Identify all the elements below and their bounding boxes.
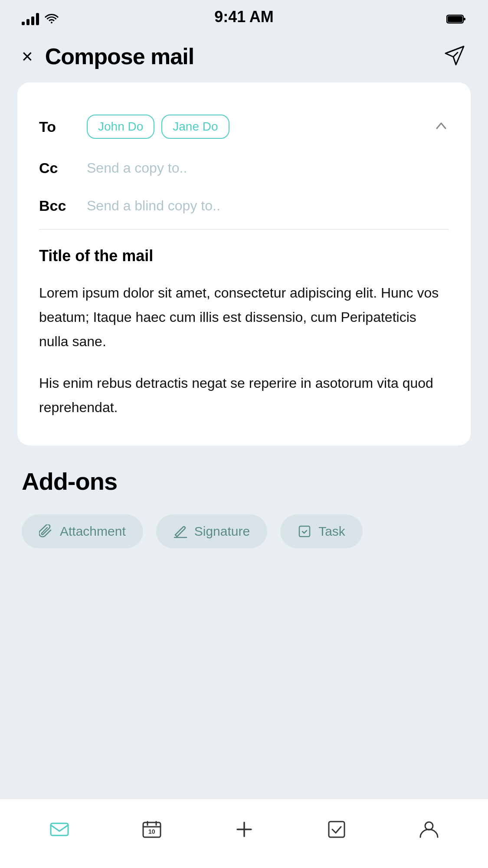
mail-body[interactable]: Lorem ipsum dolor sit amet, consectetur …	[39, 281, 449, 419]
addons-title: Add-ons	[22, 467, 466, 495]
mail-body-para-1: Lorem ipsum dolor sit amet, consectetur …	[39, 281, 449, 354]
cc-content[interactable]: Send a copy to..	[87, 160, 449, 176]
battery-icon	[446, 14, 466, 24]
tasks-icon	[325, 818, 348, 841]
svg-rect-3	[299, 526, 310, 537]
close-button[interactable]: ×	[22, 47, 33, 66]
mail-body-para-2: His enim rebus detractis negat se reperi…	[39, 371, 449, 419]
bcc-label: Bcc	[39, 197, 74, 214]
svg-point-8	[425, 822, 433, 830]
cc-placeholder: Send a copy to..	[87, 160, 187, 176]
attachment-label: Attachment	[60, 524, 126, 539]
nav-profile[interactable]	[409, 814, 449, 845]
task-label: Task	[318, 524, 345, 539]
nav-calendar[interactable]: 10	[132, 814, 172, 845]
svg-rect-2	[448, 16, 462, 22]
signature-icon	[174, 524, 187, 538]
svg-rect-7	[329, 822, 344, 837]
bcc-content[interactable]: Send a blind copy to..	[87, 198, 449, 214]
header-left: × Compose mail	[22, 43, 194, 69]
send-button[interactable]	[443, 44, 466, 69]
status-time: 9:41 AM	[214, 8, 274, 26]
svg-rect-4	[51, 823, 68, 835]
bcc-placeholder: Send a blind copy to..	[87, 198, 220, 214]
recipient-john[interactable]: John Do	[87, 115, 154, 139]
to-label: To	[39, 118, 74, 135]
cc-label: Cc	[39, 160, 74, 177]
paperclip-icon	[39, 524, 53, 538]
signature-button[interactable]: Signature	[156, 514, 267, 548]
svg-rect-1	[463, 18, 465, 20]
addons-section: Add-ons Attachment Signature Task	[0, 445, 488, 566]
add-icon	[233, 818, 255, 841]
status-left	[22, 12, 59, 26]
to-content: John Do Jane Do	[87, 115, 420, 139]
mail-icon	[48, 818, 71, 841]
wifi-icon	[44, 12, 59, 26]
header: × Compose mail	[0, 35, 488, 82]
signature-label: Signature	[194, 524, 250, 539]
chevron-up-icon[interactable]	[433, 118, 449, 135]
to-row: To John Do Jane Do	[39, 104, 449, 149]
nav-add[interactable]	[224, 814, 264, 845]
status-bar: 9:41 AM	[0, 0, 488, 35]
svg-text:10: 10	[148, 828, 155, 835]
page-title: Compose mail	[45, 43, 194, 69]
bottom-nav: 10	[0, 799, 488, 868]
cc-row: Cc Send a copy to..	[39, 149, 449, 187]
recipient-jane[interactable]: Jane Do	[161, 115, 229, 139]
profile-icon	[418, 818, 440, 841]
attachment-button[interactable]: Attachment	[22, 514, 143, 548]
task-button[interactable]: Task	[280, 514, 363, 548]
compose-card: To John Do Jane Do Cc Send a copy to.. B…	[17, 82, 471, 445]
nav-tasks[interactable]	[317, 814, 357, 845]
addons-row: Attachment Signature Task	[22, 514, 466, 548]
mail-title[interactable]: Title of the mail	[39, 247, 449, 265]
calendar-icon: 10	[141, 818, 163, 841]
bcc-row: Bcc Send a blind copy to..	[39, 187, 449, 225]
divider	[39, 229, 449, 229]
nav-mail[interactable]	[39, 814, 79, 845]
signal-icon	[22, 13, 39, 25]
task-icon	[298, 524, 311, 538]
